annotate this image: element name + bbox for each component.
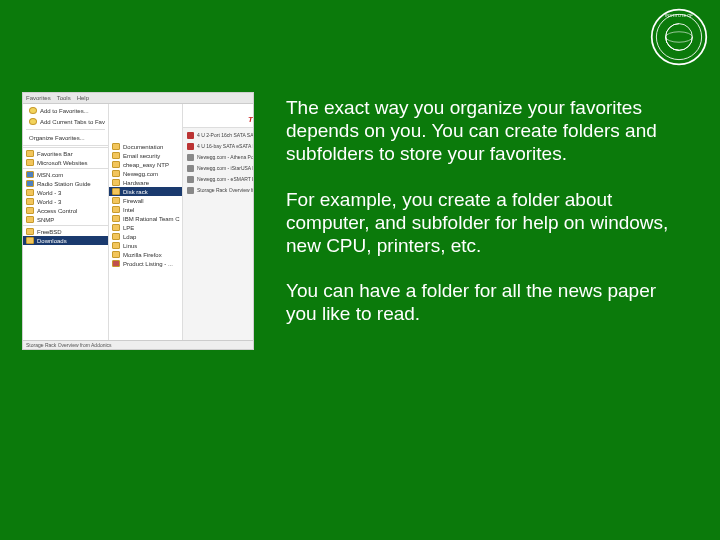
- list-item: FreeBSD: [23, 227, 108, 236]
- list-item: Newegg.com: [109, 169, 182, 178]
- menu-tools: Tools: [57, 95, 71, 101]
- list-item: Ldap: [109, 232, 182, 241]
- paragraph-1: The exact way you organize your favorite…: [286, 96, 676, 166]
- menu-help: Help: [77, 95, 89, 101]
- list-item: Email security: [109, 151, 182, 160]
- list-item: IBM Rational Team C: [109, 214, 182, 223]
- list-item-selected: Downloads: [23, 236, 108, 245]
- list-item: Intel: [109, 205, 182, 214]
- list-item: Mozilla Firefox: [109, 250, 182, 259]
- list-item: Documentation: [109, 142, 182, 151]
- favorites-screenshot: Favorites Tools Help Add to Favorites...…: [22, 92, 254, 350]
- action-add-fav: Add to Favorites...: [26, 106, 105, 115]
- screenshot-menubar: Favorites Tools Help: [23, 93, 253, 104]
- list-item: MSN.com: [23, 170, 108, 179]
- list-item: LPE: [109, 223, 182, 232]
- right-banner: ! Thinking.: [183, 104, 254, 128]
- screenshot-left-col: Add to Favorites... Add Current Tabs to …: [23, 104, 109, 349]
- list-item: Newegg.com - Athena Power 4U 14b...: [185, 153, 254, 162]
- svg-point-3: [666, 32, 693, 42]
- list-item: Radio Station Guide: [23, 179, 108, 188]
- action-add-tabs: Add Current Tabs to Favorites...: [26, 117, 105, 126]
- list-item: 4 U 2-Port 16ch SATA SAS Multilane: [185, 131, 254, 140]
- list-item: Hardware: [109, 178, 182, 187]
- paragraph-2: For example, you create a folder about c…: [286, 188, 676, 258]
- list-item: cheap_easy NTP: [109, 160, 182, 169]
- list-item: Product Listing - ...: [109, 259, 182, 268]
- screenshot-mid-col: Documentation Email security cheap_easy …: [109, 104, 183, 349]
- action-organize: Organize Favorites...: [26, 133, 105, 142]
- screenshot-right-col: ! Thinking. 4 U 2-Port 16ch SATA SAS Mul…: [183, 104, 254, 349]
- svg-point-1: [656, 14, 701, 59]
- list-item: World - 3: [23, 197, 108, 206]
- list-item: Newegg.com - eSMART ES 500: [185, 175, 254, 184]
- list-item: Storage Rack Overview from Addonics: [185, 186, 254, 195]
- slide-text: The exact way you organize your favorite…: [286, 96, 676, 347]
- institute-seal-logo: INSTITUTE OF: [650, 8, 708, 66]
- list-item: Linus: [109, 241, 182, 250]
- list-item: SNMP: [23, 215, 108, 224]
- paragraph-3: You can have a folder for all the news p…: [286, 279, 676, 325]
- list-item: Newegg.com - iStarUSA D-400-2 4U...: [185, 164, 254, 173]
- list-item: Firewall: [109, 196, 182, 205]
- screenshot-statusbar: Storage Rack Overview from Addonics: [23, 340, 253, 349]
- list-item-selected: Disk rack: [109, 187, 182, 196]
- list-item: Microsoft Websites: [23, 158, 108, 167]
- list-item: 4 U 16-bay SATA eSATA Port Multiplier: [185, 142, 254, 151]
- list-item: Access Control: [23, 206, 108, 215]
- menu-favorites: Favorites: [26, 95, 51, 101]
- svg-text:INSTITUTE OF: INSTITUTE OF: [665, 13, 693, 18]
- list-item: World - 3: [23, 188, 108, 197]
- list-item: Favorites Bar: [23, 149, 108, 158]
